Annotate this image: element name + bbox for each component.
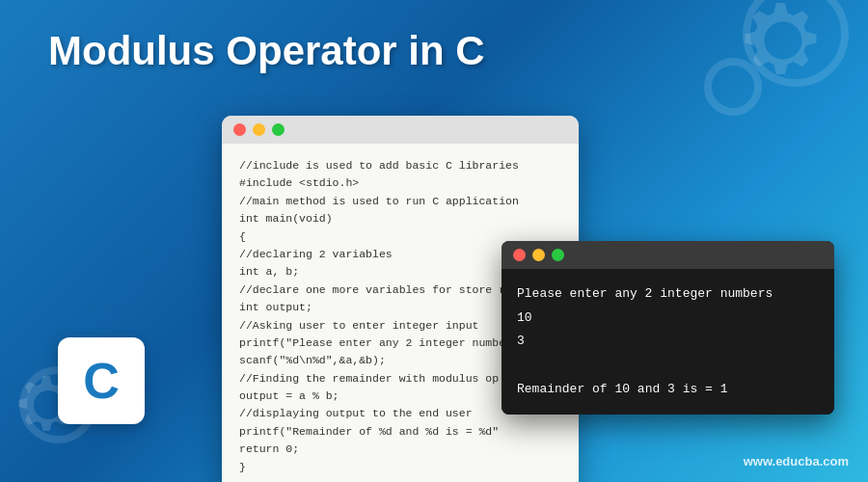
terminal-titlebar bbox=[502, 241, 834, 269]
code-line: #include <stdio.h> bbox=[239, 174, 561, 192]
editor-maximize-dot[interactable] bbox=[272, 123, 285, 136]
editor-titlebar bbox=[222, 116, 579, 144]
page-title: Modulus Operator in C bbox=[48, 29, 485, 73]
terminal-line: 3 bbox=[517, 330, 819, 354]
terminal-maximize-dot[interactable] bbox=[552, 249, 564, 261]
c-language-logo: C bbox=[58, 337, 145, 424]
code-line: //include is used to add basic C librari… bbox=[239, 157, 561, 174]
terminal-output-body: Please enter any 2 integer numbers 10 3 … bbox=[502, 269, 834, 415]
code-line: printf("Remainder of %d and %d is = %d" bbox=[239, 423, 561, 441]
terminal-line: 10 bbox=[517, 307, 819, 331]
terminal-and-text: and bbox=[637, 382, 660, 396]
website-url: www.educba.com bbox=[744, 454, 849, 469]
gear-icon-top-right bbox=[733, 0, 858, 116]
terminal-window: Please enter any 2 integer numbers 10 3 … bbox=[502, 241, 834, 415]
terminal-line: Remainder of 10 and 3 is = 1 bbox=[517, 378, 819, 402]
code-line: } bbox=[239, 459, 561, 476]
editor-close-dot[interactable] bbox=[233, 123, 246, 136]
code-line: return 0; bbox=[239, 441, 561, 458]
terminal-line: Please enter any 2 integer numbers bbox=[517, 282, 819, 307]
editor-minimize-dot[interactable] bbox=[253, 123, 265, 136]
terminal-minimize-dot[interactable] bbox=[532, 249, 545, 261]
code-line: int main(void) bbox=[239, 210, 561, 228]
code-line: //main method is used to run C applicati… bbox=[239, 193, 561, 210]
terminal-line bbox=[517, 354, 819, 378]
terminal-close-dot[interactable] bbox=[513, 249, 526, 261]
